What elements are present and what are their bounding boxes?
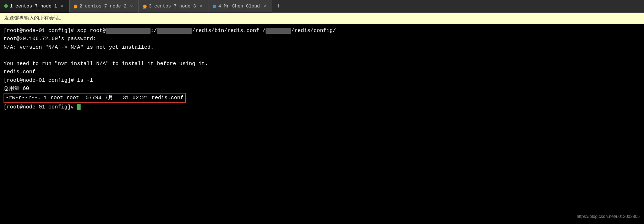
tab-dot-blue (213, 5, 216, 8)
tab-2-centos-7-node-2[interactable]: ⚠ 2 centos_7_node_2 ✕ (70, 0, 139, 13)
terminal-area[interactable]: [root@node-01 config]# scp root@████████… (0, 24, 644, 223)
tab-dot-green (4, 4, 8, 8)
new-tab-button[interactable]: + (272, 0, 285, 13)
tab-2-label: 2 centos_7_node_2 (80, 4, 127, 9)
terminal-line-3: N/A: version "N/A -> N/A" is not yet ins… (4, 43, 640, 52)
terminal-line-6: redis.conf (4, 68, 640, 76)
terminal-line-8: 总用量 60 (4, 85, 640, 93)
terminal-line-4 (4, 52, 640, 60)
terminal-cursor (77, 104, 81, 110)
terminal-line-10: [root@node-01 config]# (4, 103, 640, 111)
tab-3-label: 3 centos_7_node_3 (149, 4, 196, 9)
tab-1-close[interactable]: ✕ (59, 3, 65, 9)
terminal-line-2: root@39.106.72.69's password: (4, 35, 640, 43)
terminal-line-5: You need to run "nvm install N/A" to ins… (4, 60, 640, 68)
tab-4-label: 4 Mr_Chen_Cloud (218, 4, 260, 9)
tab-4-close[interactable]: ✕ (262, 4, 268, 9)
tab-1-centos-7-node-1[interactable]: 1 centos_7_node_1 ✕ (0, 0, 70, 13)
watermark: https://blog.csdn.net/u012002805 (577, 213, 640, 220)
tab-3-close[interactable]: ✕ (198, 4, 204, 9)
tab-4-mr-chen-cloud[interactable]: 4 Mr_Chen_Cloud ✕ (208, 0, 272, 13)
tab-dot-orange-2: ⚠ (74, 5, 77, 8)
terminal-line-7: [root@node-01 config]# ls -l (4, 76, 640, 85)
tab-2-close[interactable]: ✕ (129, 4, 134, 9)
tab-3-centos-7-node-3[interactable]: ⚠ 3 centos_7_node_3 ✕ (139, 0, 208, 13)
terminal-line-9: -rw-r--r--. 1 root root 57794 7月 31 02:2… (4, 93, 640, 103)
notice-bar: 发送键盘输入的所有会话。 (0, 13, 644, 24)
tab-bar: 1 centos_7_node_1 ✕ ⚠ 2 centos_7_node_2 … (0, 0, 644, 13)
terminal-line-1: [root@node-01 config]# scp root@████████… (4, 27, 640, 35)
highlighted-file-entry: -rw-r--r--. 1 root root 57794 7月 31 02:2… (4, 93, 186, 103)
notice-text: 发送键盘输入的所有会话。 (4, 15, 64, 21)
tab-1-label: 1 centos_7_node_1 (10, 4, 57, 9)
tab-dot-orange-3: ⚠ (143, 5, 147, 8)
